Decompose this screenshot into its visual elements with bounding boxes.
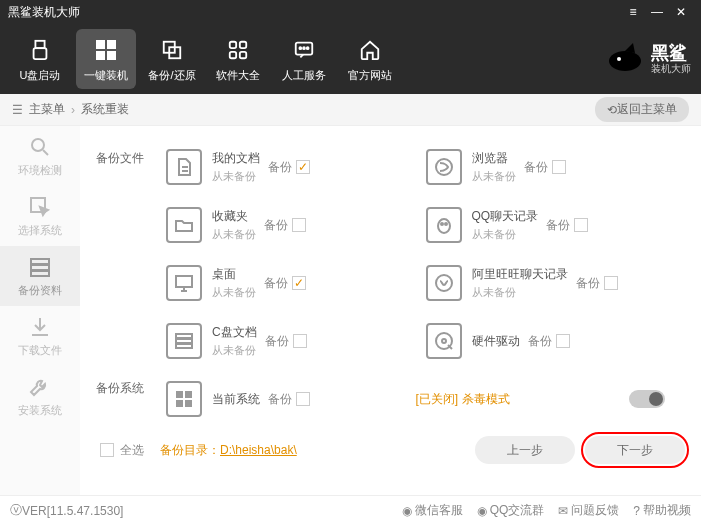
chevron-right-icon: ›: [71, 103, 75, 117]
item-sub: 从未备份: [212, 169, 260, 184]
svg-rect-9: [240, 41, 246, 47]
svg-point-28: [436, 275, 452, 291]
window-title: 黑鲨装机大师: [8, 4, 621, 21]
titlebar: 黑鲨装机大师 ≡ — ✕: [0, 0, 701, 24]
section-system-label: 备份系统: [96, 380, 144, 397]
sidebar-env[interactable]: 环境检测: [0, 126, 80, 186]
list-icon: ☰: [12, 103, 23, 117]
main-panel: 备份文件 备份系统 我的文档从未备份 备份✓ 浏览器从未备份 备份: [80, 126, 701, 495]
svg-point-33: [442, 339, 446, 343]
prev-button[interactable]: 上一步: [475, 436, 575, 464]
windows-icon: [94, 36, 118, 64]
help-icon: ?: [633, 504, 640, 518]
wrench-icon: [28, 374, 52, 400]
checkbox-ali[interactable]: [604, 276, 618, 290]
item-title: 浏览器: [472, 150, 516, 167]
apps-icon: [227, 36, 249, 64]
breadcrumb: ☰ 主菜单 › 系统重装 ⟲ 返回主菜单: [0, 94, 701, 126]
usb-icon: [29, 36, 51, 64]
wechat-icon: ◉: [402, 504, 412, 518]
svg-rect-1: [34, 48, 47, 59]
shark-icon: [605, 39, 645, 79]
svg-point-26: [445, 223, 447, 225]
checkbox-fav[interactable]: [292, 218, 306, 232]
sidebar-download[interactable]: 下载文件: [0, 306, 80, 366]
nav-backup[interactable]: 备份/还原: [142, 29, 202, 89]
svg-point-25: [441, 223, 443, 225]
item-title: 收藏夹: [212, 208, 256, 225]
item-sub: 从未备份: [212, 285, 256, 300]
qq-icon: [426, 207, 462, 243]
backup-row: 当前系统 备份 [已关闭] 杀毒模式: [166, 370, 685, 428]
checkbox-cursys[interactable]: [296, 392, 310, 406]
svg-rect-30: [176, 339, 192, 343]
checkbox-selectall[interactable]: [100, 443, 114, 457]
svg-rect-0: [35, 40, 44, 47]
item-title: QQ聊天记录: [472, 208, 539, 225]
folder-icon: [166, 207, 202, 243]
sidebar-install[interactable]: 安装系统: [0, 366, 80, 426]
svg-rect-31: [176, 344, 192, 348]
status-help[interactable]: ?帮助视频: [633, 502, 691, 519]
nav-website[interactable]: 官方网站: [340, 29, 400, 89]
back-button[interactable]: ⟲ 返回主菜单: [595, 97, 689, 122]
svg-rect-29: [176, 334, 192, 338]
kill-mode-toggle[interactable]: [629, 390, 665, 408]
copy-icon: [161, 36, 183, 64]
checkbox-docs[interactable]: ✓: [296, 160, 310, 174]
version-icon: ⓥ: [10, 502, 22, 519]
svg-rect-36: [176, 400, 183, 407]
svg-point-15: [307, 47, 309, 49]
svg-rect-27: [176, 276, 192, 287]
checkbox-qq[interactable]: [574, 218, 588, 232]
svg-rect-11: [240, 51, 246, 57]
section-files-label: 备份文件: [96, 150, 144, 167]
backup-row: 收藏夹从未备份 备份 QQ聊天记录从未备份 备份: [166, 196, 685, 254]
breadcrumb-current: 系统重装: [81, 101, 129, 118]
item-title: C盘文档: [212, 324, 257, 341]
close-icon[interactable]: ✕: [669, 5, 693, 19]
monitor-icon: [166, 265, 202, 301]
sidebar-backup[interactable]: 备份资料: [0, 246, 80, 306]
status-qq[interactable]: ◉QQ交流群: [477, 502, 545, 519]
item-title: 阿里旺旺聊天记录: [472, 266, 568, 283]
checkbox-cdisk[interactable]: [293, 334, 307, 348]
document-icon: [166, 149, 202, 185]
browser-icon: [426, 149, 462, 185]
svg-point-23: [436, 159, 452, 175]
home-icon: [359, 36, 381, 64]
svg-rect-22: [31, 271, 49, 276]
status-feedback[interactable]: ✉问题反馈: [558, 502, 619, 519]
nav-service[interactable]: 人工服务: [274, 29, 334, 89]
svg-point-17: [617, 57, 621, 61]
nav-oneclick[interactable]: 一键装机: [76, 29, 136, 89]
driver-icon: [426, 323, 462, 359]
item-title: 当前系统: [212, 391, 260, 408]
sidebar-select[interactable]: 选择系统: [0, 186, 80, 246]
item-sub: 从未备份: [472, 169, 516, 184]
checkbox-desktop[interactable]: ✓: [292, 276, 306, 290]
svg-rect-21: [31, 265, 49, 270]
svg-point-14: [303, 47, 305, 49]
item-title: 硬件驱动: [472, 333, 520, 350]
menu-icon[interactable]: ≡: [621, 5, 645, 19]
backup-path-link[interactable]: D:\heisha\bak\: [220, 443, 297, 457]
item-title: 桌面: [212, 266, 256, 283]
checkbox-driver[interactable]: [556, 334, 570, 348]
minimize-icon[interactable]: —: [645, 5, 669, 19]
breadcrumb-root[interactable]: 主菜单: [29, 101, 65, 118]
backup-row: 桌面从未备份 备份✓ 阿里旺旺聊天记录从未备份 备份: [166, 254, 685, 312]
kill-mode-label: [已关闭] 杀毒模式: [416, 391, 510, 408]
version-text: VER[11.5.47.1530]: [22, 504, 123, 518]
select-all-label: 全选: [120, 442, 144, 459]
sidebar: 环境检测 选择系统 备份资料 下载文件 安装系统: [0, 126, 80, 495]
status-wechat[interactable]: ◉微信客服: [402, 502, 463, 519]
checkbox-browser[interactable]: [552, 160, 566, 174]
nav-usb[interactable]: U盘启动: [10, 29, 70, 89]
chat-icon: [293, 36, 315, 64]
path-label: 备份目录：: [160, 443, 220, 457]
nav-software[interactable]: 软件大全: [208, 29, 268, 89]
svg-rect-20: [31, 259, 49, 264]
svg-rect-10: [230, 51, 236, 57]
next-button[interactable]: 下一步: [585, 436, 685, 464]
